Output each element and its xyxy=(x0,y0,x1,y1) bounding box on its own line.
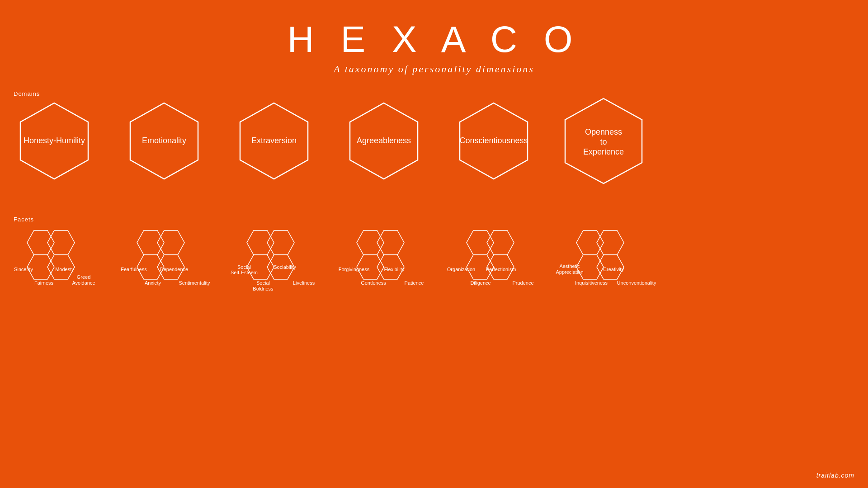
domain-openness: Openness to Experience xyxy=(565,99,642,183)
facet-label-social-boldness2: Boldness xyxy=(253,286,274,291)
facet-label-unconventionality: Unconventionality xyxy=(617,280,656,286)
facet-flexibility xyxy=(377,230,404,255)
facet-modesty xyxy=(47,230,75,255)
svg-marker-16 xyxy=(47,230,75,255)
svg-marker-24 xyxy=(267,230,294,255)
facet-label-dependence: Dependence xyxy=(160,267,188,272)
facet-label-perfectionism: Perfectionism xyxy=(486,267,516,272)
facet-inquisitiveness xyxy=(576,255,604,279)
facet-label-gentleness: Gentleness xyxy=(361,280,386,286)
svg-marker-20 xyxy=(157,230,184,255)
domain-emotionality: Emotionality xyxy=(130,103,198,179)
facet-label-aesthetic-appreciation: Aesthetic xyxy=(559,263,580,269)
svg-marker-35 xyxy=(576,255,604,279)
svg-marker-23 xyxy=(247,255,274,279)
domain-agreeableness: Agreeableness xyxy=(350,103,418,179)
facet-label-organization: Organization xyxy=(447,267,475,272)
facet-dependence xyxy=(157,230,184,255)
traitlab-footer: traitlab.com xyxy=(816,472,854,479)
facet-label-flexibility: Flexibility xyxy=(384,267,405,272)
svg-text:to: to xyxy=(600,137,607,146)
facet-creativity xyxy=(597,230,624,255)
facet-label-greed-avoidance: Greed xyxy=(77,274,91,280)
svg-text:Honesty-Humility: Honesty-Humility xyxy=(24,136,85,145)
facet-sincerity xyxy=(27,230,54,255)
svg-marker-28 xyxy=(377,230,404,255)
svg-marker-18 xyxy=(137,230,164,255)
svg-text:Conscientiousness: Conscientiousness xyxy=(459,136,528,145)
facet-label-social-boldness: Social xyxy=(256,280,270,286)
facet-label-greed-avoidance2: Avoidance xyxy=(72,280,95,286)
facet-label-aesthetic-appreciation2: Appreciation xyxy=(556,269,583,275)
facet-label-prudence: Prudence xyxy=(512,280,533,286)
facet-label-inquisitiveness: Inquisitiveness xyxy=(575,280,608,286)
facet-label-social-self-esteem: Social xyxy=(237,264,251,270)
svg-text:Openness: Openness xyxy=(585,127,622,136)
svg-marker-32 xyxy=(487,230,514,255)
facet-forgivingness xyxy=(357,230,384,255)
facet-label-diligence: Diligence xyxy=(470,280,491,286)
facet-fearfulness xyxy=(137,230,164,255)
facet-label-forgivingness: Forgivingness xyxy=(339,267,370,272)
facet-social-boldness xyxy=(247,255,274,279)
svg-marker-22 xyxy=(247,230,274,255)
svg-text:Agreeableness: Agreeableness xyxy=(357,136,411,145)
facet-label-sentimentality: Sentimentality xyxy=(179,280,210,286)
facet-label-patience: Patience xyxy=(405,280,424,286)
facet-label-social-self-esteem2: Self-Esteem xyxy=(231,270,258,275)
facet-label-fairness: Fairness xyxy=(34,280,54,286)
facet-social-self-esteem xyxy=(247,230,274,255)
svg-marker-26 xyxy=(357,230,384,255)
facet-label-sociability: Sociability xyxy=(274,264,296,270)
facet-aesthetic-appreciation xyxy=(576,230,604,255)
svg-text:Extraversion: Extraversion xyxy=(251,136,297,145)
main-canvas: Honesty-Humility Emotionality Extraversi… xyxy=(0,0,868,488)
facet-organization xyxy=(467,230,494,255)
facet-label-modesty: Modesty xyxy=(55,267,74,272)
domain-honesty-humility: Honesty-Humility xyxy=(20,103,88,179)
svg-text:Experience: Experience xyxy=(583,147,624,156)
facet-label-fearfulness: Fearfulness xyxy=(121,267,147,272)
facet-label-anxiety: Anxiety xyxy=(145,280,161,286)
facet-label-sincerity: Sincerity xyxy=(14,267,33,272)
svg-marker-14 xyxy=(27,230,54,255)
svg-marker-30 xyxy=(467,230,494,255)
facet-label-creativity: Creativity xyxy=(603,267,624,272)
domain-conscientiousness: Conscientiousness xyxy=(459,103,528,179)
svg-marker-36 xyxy=(597,230,624,255)
facet-perfectionism xyxy=(487,230,514,255)
facet-sociability xyxy=(267,230,294,255)
svg-marker-34 xyxy=(576,230,604,255)
domain-extraversion: Extraversion xyxy=(240,103,308,179)
facet-label-liveliness: Liveliness xyxy=(293,280,315,286)
svg-text:Emotionality: Emotionality xyxy=(142,136,186,145)
